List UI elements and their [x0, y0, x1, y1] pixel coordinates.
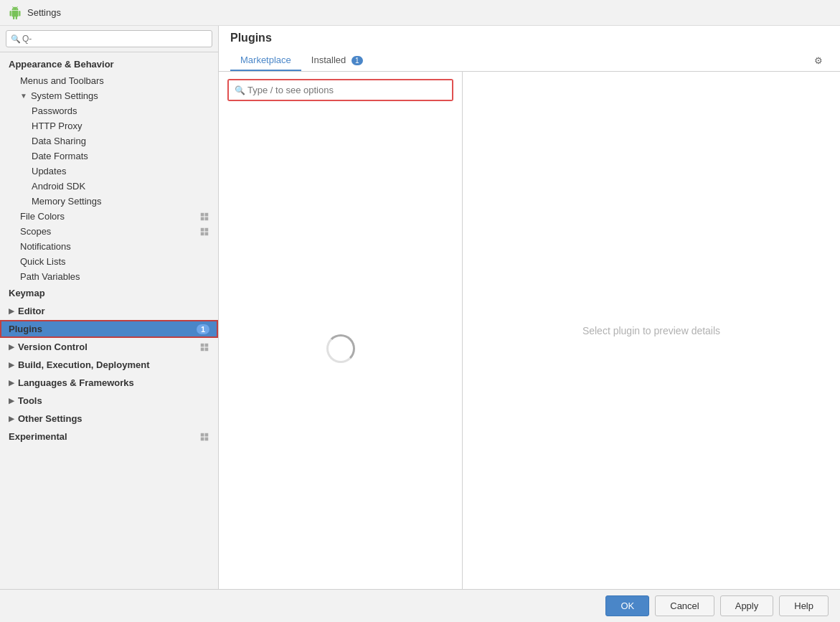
svg-rect-8 [201, 343, 204, 347]
experimental-icon [199, 432, 209, 442]
updates-label: Updates [32, 166, 66, 176]
sidebar-item-other-settings[interactable]: ▶ Other Settings [0, 410, 218, 428]
plugins-search-wrapper: 🔍 [227, 79, 453, 101]
tabs-bar: Marketplace Installed 1 ⚙ [230, 50, 829, 71]
appearance-behavior-label: Appearance & Behavior [9, 59, 114, 70]
sidebar-item-menus-toolbars[interactable]: Menus and Toolbars [0, 73, 218, 88]
svg-rect-12 [201, 433, 204, 436]
other-settings-chevron: ▶ [9, 415, 14, 423]
cancel-button[interactable]: Cancel [655, 595, 714, 616]
sidebar-item-version-control[interactable]: ▶ Version Control [0, 338, 218, 356]
page-title: Plugins [230, 32, 829, 44]
sidebar-item-date-formats[interactable]: Date Formats [0, 149, 218, 164]
editor-label: Editor [18, 306, 45, 316]
content-header: Plugins Marketplace Installed 1 ⚙ [219, 26, 840, 72]
build-execution-label: Build, Execution, Deployment [18, 359, 149, 370]
menus-toolbars-label: Menus and Toolbars [20, 75, 104, 86]
svg-rect-4 [201, 227, 204, 231]
experimental-label: Experimental [9, 431, 67, 442]
sidebar-item-android-sdk[interactable]: Android SDK [0, 179, 218, 194]
sidebar-item-file-colors[interactable]: File Colors [0, 209, 218, 224]
sidebar-item-system-settings[interactable]: ▼ System Settings [0, 88, 218, 103]
sidebar-search-input[interactable] [6, 30, 212, 47]
sidebar-item-scopes[interactable]: Scopes [0, 224, 218, 239]
sidebar-search-area: 🔍 [0, 26, 218, 52]
title-bar: Settings [0, 0, 840, 26]
tab-installed[interactable]: Installed 1 [301, 50, 373, 71]
sidebar-item-plugins[interactable]: Plugins 1 [0, 320, 218, 338]
tools-chevron: ▶ [9, 397, 14, 405]
help-button[interactable]: Help [779, 595, 829, 616]
file-colors-label: File Colors [20, 211, 65, 222]
plugins-badge: 1 [197, 324, 209, 334]
svg-rect-2 [201, 217, 204, 220]
tab-marketplace[interactable]: Marketplace [230, 50, 301, 71]
sidebar-search-icon: 🔍 [11, 34, 21, 44]
sidebar-item-updates[interactable]: Updates [0, 164, 218, 179]
plugins-search-input[interactable] [229, 80, 452, 100]
version-control-chevron: ▶ [9, 343, 14, 351]
sidebar-item-quick-lists[interactable]: Quick Lists [0, 254, 218, 269]
scopes-label: Scopes [20, 226, 51, 237]
plugins-preview-panel: Select plugin to preview details [463, 72, 840, 589]
svg-rect-7 [205, 232, 209, 235]
content-body: 🔍 Select plugin to preview details [219, 72, 840, 589]
system-settings-label: System Settings [31, 90, 98, 101]
sidebar-nav: Appearance & Behavior Menus and Toolbars… [0, 52, 218, 589]
sidebar-item-passwords[interactable]: Passwords [0, 103, 218, 118]
svg-rect-3 [205, 217, 209, 220]
apply-button[interactable]: Apply [720, 595, 774, 616]
sidebar-item-appearance-behavior[interactable]: Appearance & Behavior [0, 55, 218, 73]
sidebar-item-experimental[interactable]: Experimental [0, 428, 218, 446]
svg-rect-15 [205, 437, 209, 440]
system-settings-chevron: ▼ [20, 92, 27, 100]
main-container: 🔍 Appearance & Behavior Menus and Toolba… [0, 26, 840, 589]
http-proxy-label: HTTP Proxy [32, 121, 82, 131]
window-title: Settings [27, 7, 61, 18]
installed-tab-label: Installed [311, 55, 346, 65]
svg-rect-10 [201, 347, 204, 351]
sidebar-item-keymap[interactable]: Keymap [0, 284, 218, 302]
quick-lists-label: Quick Lists [20, 256, 66, 267]
other-settings-label: Other Settings [18, 413, 82, 424]
sidebar-item-languages-frameworks[interactable]: ▶ Languages & Frameworks [0, 374, 218, 392]
sidebar-item-memory-settings[interactable]: Memory Settings [0, 194, 218, 209]
plugins-list [219, 108, 462, 589]
sidebar-item-data-sharing[interactable]: Data Sharing [0, 133, 218, 149]
plugins-search-box: 🔍 [219, 72, 462, 108]
tools-label: Tools [18, 395, 42, 406]
sidebar: 🔍 Appearance & Behavior Menus and Toolba… [0, 26, 219, 589]
file-colors-icon [199, 212, 209, 222]
plugins-search-icon: 🔍 [235, 85, 245, 95]
build-chevron: ▶ [9, 361, 14, 369]
sidebar-item-editor[interactable]: ▶ Editor [0, 302, 218, 320]
sidebar-item-path-variables[interactable]: Path Variables [0, 269, 218, 284]
editor-chevron: ▶ [9, 307, 14, 315]
svg-rect-6 [201, 232, 204, 235]
plugins-label: Plugins [9, 324, 42, 334]
sidebar-item-notifications[interactable]: Notifications [0, 239, 218, 254]
sidebar-item-tools[interactable]: ▶ Tools [0, 392, 218, 410]
svg-rect-14 [201, 437, 204, 440]
ok-button[interactable]: OK [605, 595, 649, 616]
sidebar-item-http-proxy[interactable]: HTTP Proxy [0, 118, 218, 133]
installed-tab-badge: 1 [351, 56, 363, 65]
passwords-label: Passwords [32, 105, 77, 116]
date-formats-label: Date Formats [32, 151, 88, 161]
svg-rect-1 [205, 212, 209, 216]
sidebar-item-build-execution[interactable]: ▶ Build, Execution, Deployment [0, 356, 218, 374]
svg-rect-13 [205, 433, 209, 436]
content-area: Plugins Marketplace Installed 1 ⚙ 🔍 [219, 26, 840, 589]
svg-rect-5 [205, 227, 209, 231]
notifications-label: Notifications [20, 241, 71, 252]
memory-settings-label: Memory Settings [32, 196, 102, 207]
svg-rect-11 [205, 347, 209, 351]
svg-rect-9 [205, 343, 209, 347]
android-sdk-label: Android SDK [32, 181, 85, 192]
preview-hint-text: Select plugin to preview details [582, 325, 720, 336]
gear-tab-button[interactable]: ⚙ [808, 52, 829, 69]
languages-chevron: ▶ [9, 379, 14, 387]
gear-icon: ⚙ [814, 55, 823, 66]
android-icon [9, 6, 22, 19]
svg-rect-0 [201, 212, 204, 216]
